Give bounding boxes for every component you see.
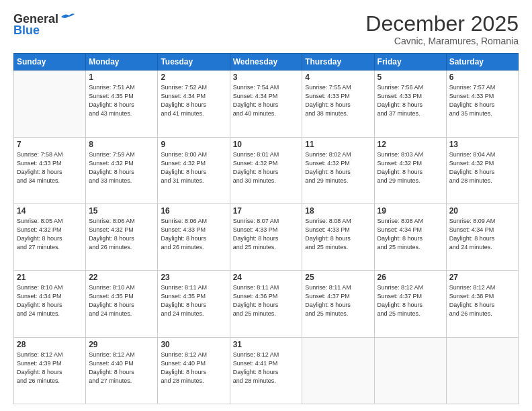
day-info: Sunrise: 8:12 AM Sunset: 4:40 PM Dayligh… <box>89 351 154 385</box>
day-number: 28 <box>17 340 83 349</box>
day-number: 10 <box>233 140 300 149</box>
calendar-cell: 1Sunrise: 7:51 AM Sunset: 4:35 PM Daylig… <box>86 71 158 137</box>
day-number: 24 <box>233 273 300 282</box>
day-info: Sunrise: 8:11 AM Sunset: 4:36 PM Dayligh… <box>233 283 300 318</box>
day-info: Sunrise: 8:08 AM Sunset: 4:34 PM Dayligh… <box>378 217 443 252</box>
calendar-week-4: 28Sunrise: 8:12 AM Sunset: 4:39 PM Dayli… <box>14 337 519 404</box>
calendar-week-3: 21Sunrise: 8:10 AM Sunset: 4:34 PM Dayli… <box>14 271 519 337</box>
day-number: 21 <box>17 273 83 282</box>
day-info: Sunrise: 8:11 AM Sunset: 4:35 PM Dayligh… <box>161 283 226 318</box>
day-info: Sunrise: 7:55 AM Sunset: 4:33 PM Dayligh… <box>305 83 371 118</box>
day-number: 6 <box>449 73 515 82</box>
day-info: Sunrise: 7:59 AM Sunset: 4:32 PM Dayligh… <box>89 150 154 185</box>
day-number: 23 <box>161 273 226 282</box>
day-number: 4 <box>305 73 371 82</box>
calendar-cell: 26Sunrise: 8:12 AM Sunset: 4:37 PM Dayli… <box>374 271 446 337</box>
day-number: 22 <box>89 273 154 282</box>
day-number: 12 <box>378 140 443 149</box>
day-number: 9 <box>161 140 226 149</box>
calendar-cell: 20Sunrise: 8:09 AM Sunset: 4:34 PM Dayli… <box>446 203 518 270</box>
calendar-header-thursday: Thursday <box>302 54 374 71</box>
calendar-cell: 3Sunrise: 7:54 AM Sunset: 4:34 PM Daylig… <box>230 71 302 137</box>
logo: General Blue <box>13 12 75 38</box>
calendar-cell: 8Sunrise: 7:59 AM Sunset: 4:32 PM Daylig… <box>86 137 158 203</box>
calendar-cell: 14Sunrise: 8:05 AM Sunset: 4:32 PM Dayli… <box>14 203 86 270</box>
day-number: 20 <box>449 206 515 216</box>
day-info: Sunrise: 8:08 AM Sunset: 4:33 PM Dayligh… <box>305 217 371 252</box>
calendar-week-1: 7Sunrise: 7:58 AM Sunset: 4:33 PM Daylig… <box>14 137 519 203</box>
calendar-cell <box>446 337 518 404</box>
calendar-cell: 9Sunrise: 8:00 AM Sunset: 4:32 PM Daylig… <box>158 137 230 203</box>
day-number: 17 <box>233 206 300 216</box>
calendar-cell: 13Sunrise: 8:04 AM Sunset: 4:32 PM Dayli… <box>446 137 518 203</box>
day-number: 3 <box>233 73 300 82</box>
day-info: Sunrise: 8:11 AM Sunset: 4:37 PM Dayligh… <box>305 283 371 318</box>
day-info: Sunrise: 8:07 AM Sunset: 4:33 PM Dayligh… <box>233 217 300 252</box>
calendar-cell: 5Sunrise: 7:56 AM Sunset: 4:33 PM Daylig… <box>374 71 446 137</box>
calendar-header-wednesday: Wednesday <box>230 54 302 71</box>
calendar-cell: 19Sunrise: 8:08 AM Sunset: 4:34 PM Dayli… <box>374 203 446 270</box>
day-info: Sunrise: 8:12 AM Sunset: 4:39 PM Dayligh… <box>17 351 83 385</box>
day-info: Sunrise: 8:05 AM Sunset: 4:32 PM Dayligh… <box>17 217 83 252</box>
day-info: Sunrise: 8:10 AM Sunset: 4:35 PM Dayligh… <box>89 283 154 318</box>
calendar-header-saturday: Saturday <box>446 54 518 71</box>
calendar-cell: 24Sunrise: 8:11 AM Sunset: 4:36 PM Dayli… <box>230 271 302 337</box>
day-number: 15 <box>89 206 154 216</box>
day-info: Sunrise: 8:03 AM Sunset: 4:32 PM Dayligh… <box>378 150 443 185</box>
calendar-cell: 23Sunrise: 8:11 AM Sunset: 4:35 PM Dayli… <box>158 271 230 337</box>
day-info: Sunrise: 7:51 AM Sunset: 4:35 PM Dayligh… <box>89 83 154 118</box>
day-info: Sunrise: 7:52 AM Sunset: 4:34 PM Dayligh… <box>161 83 226 118</box>
day-info: Sunrise: 8:06 AM Sunset: 4:32 PM Dayligh… <box>89 217 154 252</box>
day-info: Sunrise: 7:58 AM Sunset: 4:33 PM Dayligh… <box>17 150 83 185</box>
day-number: 16 <box>161 206 226 216</box>
day-info: Sunrise: 8:09 AM Sunset: 4:34 PM Dayligh… <box>449 217 515 252</box>
header: General Blue December 2025 Cavnic, Maram… <box>13 12 519 46</box>
calendar-cell: 17Sunrise: 8:07 AM Sunset: 4:33 PM Dayli… <box>230 203 302 270</box>
calendar-cell: 21Sunrise: 8:10 AM Sunset: 4:34 PM Dayli… <box>14 271 86 337</box>
day-info: Sunrise: 8:12 AM Sunset: 4:40 PM Dayligh… <box>161 351 226 385</box>
day-info: Sunrise: 7:57 AM Sunset: 4:33 PM Dayligh… <box>449 83 515 118</box>
calendar-cell: 12Sunrise: 8:03 AM Sunset: 4:32 PM Dayli… <box>374 137 446 203</box>
day-number: 27 <box>449 273 515 282</box>
day-number: 29 <box>89 340 154 349</box>
day-number: 13 <box>449 140 515 149</box>
day-number: 8 <box>89 140 154 149</box>
calendar-cell <box>14 71 86 137</box>
page: General Blue December 2025 Cavnic, Maram… <box>0 0 532 411</box>
day-number: 31 <box>233 340 300 349</box>
logo-bird-icon <box>60 11 75 24</box>
calendar-cell: 16Sunrise: 8:06 AM Sunset: 4:33 PM Dayli… <box>158 203 230 270</box>
calendar-cell: 31Sunrise: 8:12 AM Sunset: 4:41 PM Dayli… <box>230 337 302 404</box>
day-info: Sunrise: 8:02 AM Sunset: 4:32 PM Dayligh… <box>305 150 371 185</box>
calendar-cell: 15Sunrise: 8:06 AM Sunset: 4:32 PM Dayli… <box>86 203 158 270</box>
day-info: Sunrise: 7:56 AM Sunset: 4:33 PM Dayligh… <box>378 83 443 118</box>
day-info: Sunrise: 7:54 AM Sunset: 4:34 PM Dayligh… <box>233 83 300 118</box>
day-info: Sunrise: 8:00 AM Sunset: 4:32 PM Dayligh… <box>161 150 226 185</box>
calendar-cell <box>302 337 374 404</box>
calendar-cell: 6Sunrise: 7:57 AM Sunset: 4:33 PM Daylig… <box>446 71 518 137</box>
day-number: 7 <box>17 140 83 149</box>
day-info: Sunrise: 8:12 AM Sunset: 4:41 PM Dayligh… <box>233 351 300 385</box>
day-number: 30 <box>161 340 226 349</box>
logo-blue-text: Blue <box>13 24 40 38</box>
day-number: 14 <box>17 206 83 216</box>
calendar-cell: 27Sunrise: 8:12 AM Sunset: 4:38 PM Dayli… <box>446 271 518 337</box>
calendar-cell: 10Sunrise: 8:01 AM Sunset: 4:32 PM Dayli… <box>230 137 302 203</box>
day-info: Sunrise: 8:12 AM Sunset: 4:37 PM Dayligh… <box>378 283 443 318</box>
calendar-cell: 28Sunrise: 8:12 AM Sunset: 4:39 PM Dayli… <box>14 337 86 404</box>
day-info: Sunrise: 8:10 AM Sunset: 4:34 PM Dayligh… <box>17 283 83 318</box>
calendar-cell: 22Sunrise: 8:10 AM Sunset: 4:35 PM Dayli… <box>86 271 158 337</box>
month-title: December 2025 <box>365 12 519 36</box>
calendar-cell: 11Sunrise: 8:02 AM Sunset: 4:32 PM Dayli… <box>302 137 374 203</box>
day-number: 26 <box>378 273 443 282</box>
subtitle: Cavnic, Maramures, Romania <box>365 36 519 46</box>
calendar-header-tuesday: Tuesday <box>158 54 230 71</box>
title-block: December 2025 Cavnic, Maramures, Romania <box>365 12 519 46</box>
day-number: 5 <box>378 73 443 82</box>
day-number: 11 <box>305 140 371 149</box>
calendar-week-0: 1Sunrise: 7:51 AM Sunset: 4:35 PM Daylig… <box>14 71 519 137</box>
calendar-cell: 4Sunrise: 7:55 AM Sunset: 4:33 PM Daylig… <box>302 71 374 137</box>
calendar-cell: 29Sunrise: 8:12 AM Sunset: 4:40 PM Dayli… <box>86 337 158 404</box>
calendar-header-friday: Friday <box>374 54 446 71</box>
calendar-table: SundayMondayTuesdayWednesdayThursdayFrid… <box>13 53 519 404</box>
